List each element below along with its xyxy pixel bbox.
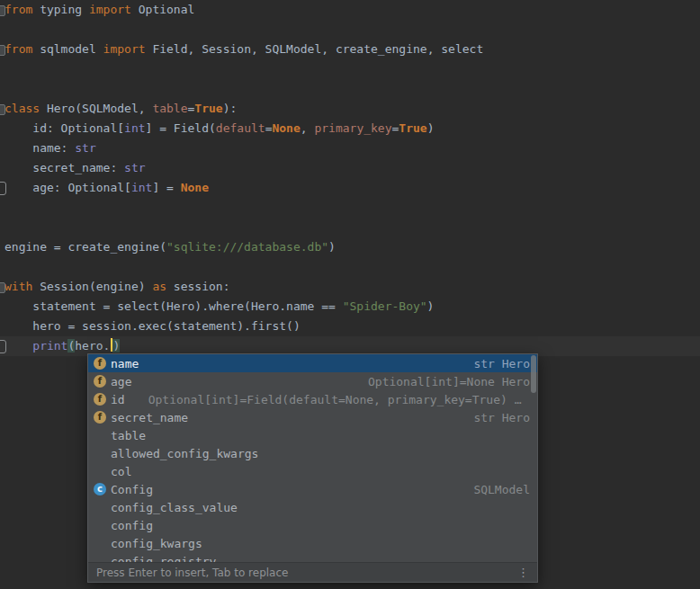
code-token: as	[152, 280, 166, 293]
code-token: primary_key	[314, 121, 391, 135]
completion-item-config[interactable]: config	[88, 516, 537, 534]
code-token: "sqlite:///database.db"	[166, 240, 328, 254]
completion-item-label: name	[111, 357, 139, 370]
code-token: None	[272, 121, 300, 135]
completion-item-allowed_config_kwargs[interactable]: allowed_config_kwargs	[88, 444, 537, 462]
code-token: )	[427, 121, 435, 135]
completion-item-label: config	[111, 519, 153, 532]
completion-item-table[interactable]: table	[88, 426, 537, 444]
code-token: id: Optional[	[4, 121, 124, 135]
completion-item-col[interactable]: col	[88, 462, 537, 480]
code-line[interactable]	[0, 20, 700, 40]
completion-item-secret_name[interactable]: fsecret_namestr Hero	[88, 408, 537, 426]
completion-item-name[interactable]: fnamestr Hero	[88, 354, 537, 372]
code-token: table	[152, 102, 187, 115]
completion-item-label: Config	[111, 483, 153, 496]
code-token: with	[4, 280, 32, 293]
code-token: ] = Field(	[146, 121, 216, 135]
code-line[interactable]: name: str	[0, 138, 700, 158]
code-token: int	[124, 121, 145, 135]
completion-item-label: config_class_value	[111, 501, 238, 514]
code-token: )	[112, 339, 120, 353]
code-token: str	[75, 141, 95, 155]
completion-item-label: col	[111, 465, 131, 478]
field-icon: f	[94, 375, 106, 388]
code-line[interactable]	[0, 257, 700, 277]
completion-footer: Press Enter to insert, Tab to replace ⋮	[88, 562, 537, 582]
code-token: ):	[223, 102, 238, 115]
code-token: session:	[166, 280, 229, 293]
code-area: from typing import Optionalfrom sqlmodel…	[0, 0, 700, 356]
code-token: sqlmodel	[32, 42, 103, 56]
code-token: None	[181, 181, 209, 194]
completion-item-id[interactable]: fidOptional[int]=Field(default=None, pri…	[88, 390, 537, 408]
fold-marker-icon	[0, 282, 5, 293]
kebab-menu-icon[interactable]: ⋮	[517, 567, 529, 578]
code-token: ,	[301, 121, 315, 135]
completion-item-type: Optional[int]=None Hero	[368, 375, 530, 388]
completion-list: fnamestr HerofageOptional[int]=None Hero…	[88, 354, 537, 562]
field-icon: f	[94, 393, 106, 406]
code-line[interactable]: secret_name: str	[0, 158, 700, 178]
completion-hint: Press Enter to insert, Tab to replace	[96, 567, 288, 579]
fold-marker-icon	[0, 5, 5, 16]
code-token: secret_name:	[4, 161, 124, 174]
completion-item-label: config_kwargs	[111, 537, 202, 550]
code-token: import	[89, 3, 131, 16]
code-line[interactable]: statement = select(Hero).where(Hero.name…	[0, 297, 700, 317]
completion-item-label: secret_name	[111, 411, 188, 424]
completion-item-config_registry[interactable]: config_registry	[88, 552, 537, 562]
code-token: hero.	[75, 339, 110, 353]
code-token: from	[4, 42, 32, 56]
code-line[interactable]: age: Optional[int] = None	[0, 178, 700, 198]
code-line[interactable]: from sqlmodel import Field, Session, SQL…	[0, 40, 700, 59]
completion-item-age[interactable]: fageOptional[int]=None Hero	[88, 372, 537, 390]
completion-item-label: table	[111, 429, 146, 442]
code-token: Session(engine)	[32, 280, 152, 293]
code-token: True	[194, 102, 222, 115]
code-token: print	[32, 339, 67, 353]
completion-item-type: str Hero	[473, 411, 530, 424]
code-line[interactable]: id: Optional[int] = Field(default=None, …	[0, 119, 700, 138]
code-token: )	[328, 240, 336, 254]
gutter-mark-icon	[0, 182, 6, 195]
code-token: str	[124, 161, 145, 174]
code-token	[4, 339, 32, 353]
code-token: from	[4, 3, 32, 16]
code-token: import	[103, 42, 146, 56]
autocomplete-popup: fnamestr HerofageOptional[int]=None Hero…	[87, 353, 538, 583]
code-line[interactable]: engine = create_engine("sqlite:///databa…	[0, 237, 700, 257]
completion-item-signature: Optional[int]=Field(default=None, primar…	[148, 393, 522, 406]
code-token: "Spider-Boy"	[343, 299, 427, 313]
code-line[interactable]: with Session(engine) as session:	[0, 277, 700, 297]
code-line[interactable]: hero = session.exec(statement).first()	[0, 317, 700, 336]
completion-item-label: id	[111, 393, 125, 406]
code-token: Hero(SQLModel,	[40, 102, 152, 115]
code-line[interactable]	[0, 218, 700, 237]
completion-item-label: config_registry	[111, 555, 216, 563]
code-token: Optional	[131, 3, 194, 16]
code-token: Field, Session, SQLModel, create_engine,…	[146, 42, 484, 56]
code-line[interactable]: from typing import Optional	[0, 0, 700, 20]
code-line[interactable]: class Hero(SQLModel, table=True):	[0, 99, 700, 119]
code-line[interactable]	[0, 79, 700, 99]
field-icon: f	[94, 411, 106, 424]
code-token: )	[427, 299, 435, 313]
gutter-mark-icon	[0, 340, 6, 353]
code-token: True	[399, 121, 426, 135]
completion-item-config_class_value[interactable]: config_class_value	[88, 498, 537, 516]
completion-item-label: age	[111, 375, 131, 388]
code-token: name:	[4, 141, 75, 155]
code-line[interactable]	[0, 198, 700, 218]
class-icon: c	[94, 483, 106, 495]
code-token: engine = create_engine(	[4, 240, 166, 254]
scrollbar-thumb[interactable]	[531, 355, 536, 393]
completion-item-Config[interactable]: cConfigSQLModel	[88, 480, 537, 498]
code-token: int	[131, 181, 152, 194]
fold-marker-icon	[0, 45, 5, 56]
code-token: class	[4, 102, 40, 115]
completion-item-label: allowed_config_kwargs	[111, 447, 258, 460]
completion-item-config_kwargs[interactable]: config_kwargs	[88, 534, 537, 552]
code-line[interactable]	[0, 59, 700, 79]
fold-marker-icon	[0, 104, 5, 115]
